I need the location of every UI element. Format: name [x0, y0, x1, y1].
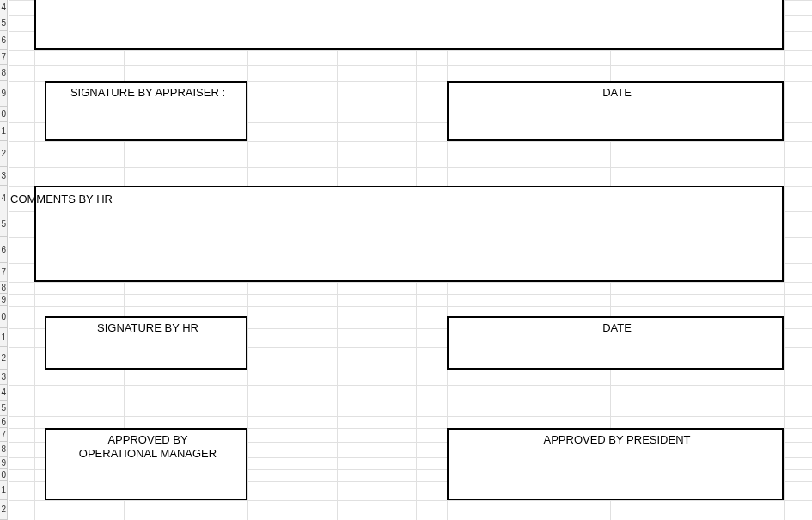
approved-ops-label-1: APPROVED BY — [46, 433, 249, 446]
row-head[interactable]: 1 — [0, 122, 8, 141]
row-head[interactable]: 7 — [0, 50, 8, 65]
spreadsheet-viewport: 45678901234567890123456789012 SIGNATURE … — [0, 0, 812, 520]
row-head[interactable]: 6 — [0, 31, 8, 50]
signature-appraiser-box[interactable]: SIGNATURE BY APPRAISER : — [45, 81, 247, 141]
row-head[interactable]: 5 — [0, 15, 8, 31]
approved-ops-label-2: OPERATIONAL MANAGER — [46, 447, 249, 460]
date-appraiser-box[interactable]: DATE — [447, 81, 784, 141]
row-head[interactable]: 9 — [0, 81, 8, 107]
gridline-horizontal — [9, 65, 812, 66]
gridline-horizontal — [9, 370, 812, 370]
approved-ops-box[interactable]: APPROVED BY OPERATIONAL MANAGER — [45, 428, 247, 500]
date-hr-label: DATE — [449, 321, 785, 334]
row-head[interactable]: 0 — [0, 469, 8, 481]
row-head[interactable]: 8 — [0, 282, 8, 294]
comments-hr-box[interactable] — [34, 186, 784, 282]
row-head[interactable]: 0 — [0, 107, 8, 122]
approved-pres-label: APPROVED BY PRESIDENT — [449, 433, 785, 446]
gridline-horizontal — [9, 141, 812, 142]
top-comment-box[interactable] — [34, 0, 784, 50]
row-head[interactable]: 2 — [0, 500, 8, 520]
row-head[interactable]: 6 — [0, 416, 8, 428]
gridline-horizontal — [9, 401, 812, 401]
row-head[interactable]: 3 — [0, 167, 8, 186]
gridline-horizontal — [9, 167, 812, 168]
row-head[interactable]: 7 — [0, 428, 8, 442]
gridline-horizontal — [9, 500, 812, 501]
row-head[interactable]: 9 — [0, 457, 8, 469]
row-head[interactable]: 8 — [0, 442, 8, 457]
signature-hr-box[interactable]: SIGNATURE BY HR — [45, 316, 247, 370]
gridline-horizontal — [9, 294, 812, 295]
row-head[interactable]: 4 — [0, 186, 8, 211]
gridline-horizontal — [9, 416, 812, 417]
row-head[interactable]: 4 — [0, 0, 8, 15]
gridline-horizontal — [9, 306, 812, 307]
row-headers: 45678901234567890123456789012 — [0, 0, 9, 520]
comments-hr-label: COMMENTS BY HR — [10, 193, 113, 205]
row-head[interactable]: 1 — [0, 328, 8, 347]
signature-hr-label: SIGNATURE BY HR — [46, 321, 249, 334]
signature-appraiser-label: SIGNATURE BY APPRAISER : — [46, 86, 249, 99]
row-head[interactable]: 0 — [0, 306, 8, 328]
row-head[interactable]: 4 — [0, 385, 8, 401]
row-head[interactable]: 2 — [0, 347, 8, 370]
row-head[interactable]: 5 — [0, 211, 8, 237]
row-head[interactable]: 2 — [0, 141, 8, 167]
row-head[interactable]: 8 — [0, 65, 8, 81]
gridline-horizontal — [9, 282, 812, 283]
gridline-vertical — [9, 0, 9, 520]
row-head[interactable]: 7 — [0, 263, 8, 282]
row-head[interactable]: 9 — [0, 294, 8, 306]
row-head[interactable]: 1 — [0, 481, 8, 500]
gridline-horizontal — [9, 385, 812, 386]
approved-pres-box[interactable]: APPROVED BY PRESIDENT — [447, 428, 784, 500]
row-head[interactable]: 3 — [0, 370, 8, 385]
grid: SIGNATURE BY APPRAISER : DATE COMMENTS B… — [9, 0, 812, 520]
row-head[interactable]: 6 — [0, 237, 8, 263]
date-appraiser-label: DATE — [449, 86, 785, 99]
row-head[interactable]: 5 — [0, 401, 8, 416]
gridline-horizontal — [9, 50, 812, 51]
date-hr-box[interactable]: DATE — [447, 316, 784, 370]
